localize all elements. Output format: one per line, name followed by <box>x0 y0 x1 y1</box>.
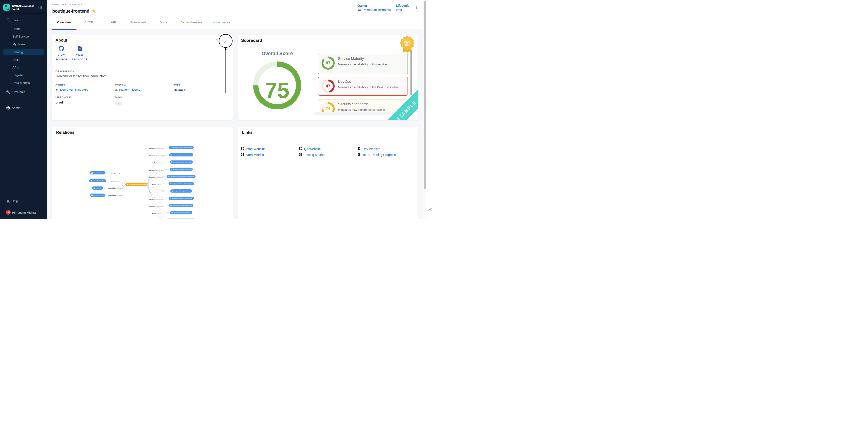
svg-text:hasPart / partOf: hasPart / partOf <box>152 163 161 164</box>
svg-text:component:boutique-paymentserv: component:boutique-paymentservice <box>173 155 192 156</box>
svg-text:api:petstore: api:petstore <box>96 188 102 189</box>
svg-text:component:boutique-shippingser: component:boutique-shippingservice <box>172 183 192 184</box>
svg-text:87: 87 <box>326 61 330 65</box>
svg-text:apiProvidedBy / providesApi: apiProvidedBy / providesApi <box>108 188 123 189</box>
svg-text:system:Platform_Demo: system:Platform_Demo <box>93 180 105 181</box>
svg-text:dependsOn / dependencyOf: dependsOn / dependencyOf <box>149 199 164 200</box>
svg-text:dependsOn / dependencyOf: dependsOn / dependencyOf <box>149 155 164 157</box>
svg-text:hasPart / partOf: hasPart / partOf <box>152 213 161 214</box>
svg-text:dependsOn / dependencyOf: dependsOn / dependencyOf <box>149 192 164 193</box>
svg-text:74: 74 <box>326 106 330 111</box>
svg-text:component:boutique-emailservic: component:boutique-emailservice <box>173 169 192 170</box>
svg-text:component:boutique-loadgenerat: component:boutique-loadgenerator <box>173 205 192 206</box>
svg-text:Gold: Gold <box>404 41 410 43</box>
svg-text:hasPart / partOf: hasPart / partOf <box>152 184 161 185</box>
svg-text:Demo Administrators: Demo Administrators <box>93 172 104 174</box>
svg-text:component:boutique-adservice: component:boutique-adservice <box>174 191 190 192</box>
svg-text:component:boutique-currencyser: component:boutique-currencyservice <box>172 147 192 148</box>
svg-text:ownerOf / ownedBy: ownerOf / ownedBy <box>110 173 120 174</box>
svg-text:api:starwars-graphql: api:starwars-graphql <box>93 195 104 196</box>
svg-text:dependsOn / dependencyOf: dependsOn / dependencyOf <box>149 148 164 149</box>
svg-text:component:boutique-frontend: component:boutique-frontend <box>129 184 147 185</box>
svg-text:component:boutique-redisservic: component:boutique-redisservice <box>173 162 191 163</box>
svg-text:apiProvidedBy / providesApi: apiProvidedBy / providesApi <box>108 195 123 196</box>
svg-text:dependsOn / dependencyOf: dependsOn / dependencyOf <box>149 177 164 178</box>
svg-text:75: 75 <box>265 78 289 103</box>
svg-text:47: 47 <box>326 84 330 88</box>
svg-text:?: ? <box>7 200 9 202</box>
svg-text:dependsOn / dependencyOf: dependsOn / dependencyOf <box>149 206 164 207</box>
svg-text:component:boutique-checkoutser: component:boutique-checkoutservice <box>172 198 192 199</box>
svg-text:component:boutique-cartservice: component:boutique-cartservice <box>174 212 191 213</box>
svg-text:dependsOn / dependencyOf: dependsOn / dependencyOf <box>149 170 164 171</box>
svg-text:Tier: Tier <box>405 43 409 46</box>
svg-text:hasPart / partOf: hasPart / partOf <box>111 180 120 182</box>
svg-text:component:boutique-productcata: component:boutique-productcatalogservice <box>170 176 194 177</box>
